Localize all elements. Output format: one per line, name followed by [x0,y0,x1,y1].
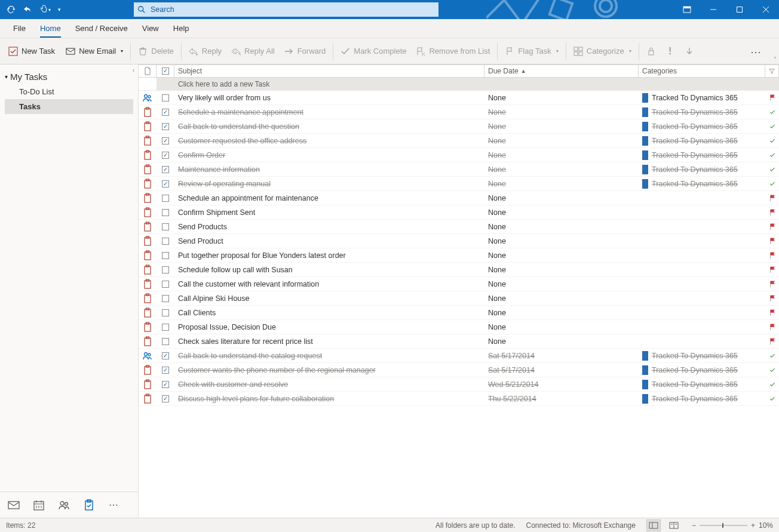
view-normal-icon[interactable] [646,519,661,531]
touch-mouse-icon[interactable]: ▾ [38,3,51,16]
task-flag-icon[interactable] [766,177,779,190]
task-row[interactable]: Schedule follow up call with SusanNone [139,263,779,277]
sidebar-section-mytasks[interactable]: ▾ My Tasks [5,69,133,84]
add-task-row[interactable]: Click here to add a new Task [139,78,779,91]
task-row[interactable]: Schedule a maintenance appointmentNoneTr… [139,105,779,119]
categorize-button[interactable]: Categorize ▾ [569,44,636,59]
task-row[interactable]: Customer wants the phone number of the r… [139,363,779,377]
task-flag-icon[interactable] [766,349,779,362]
task-row[interactable]: Confirm OrderNoneTracked To Dynamics 365 [139,148,779,162]
task-row[interactable]: Check sales literature for recent price … [139,334,779,349]
zoom-slider[interactable] [700,525,747,526]
task-flag-icon[interactable] [766,263,779,276]
delete-button[interactable]: Delete [133,44,179,59]
task-complete-checkbox[interactable] [157,334,174,348]
column-categories[interactable]: Categories [639,65,765,77]
zoom-out-icon[interactable]: − [692,521,696,530]
task-flag-icon[interactable] [766,306,779,319]
close-button[interactable] [753,0,779,19]
task-flag-icon[interactable] [766,119,779,133]
task-complete-checkbox[interactable] [157,320,174,334]
task-flag-icon[interactable] [766,191,779,205]
more-modules-icon[interactable]: ⋯ [108,499,121,512]
flag-task-button[interactable]: Flag Task ▾ [500,44,563,59]
task-complete-checkbox[interactable] [157,105,174,119]
mark-complete-button[interactable]: Mark Complete [336,44,411,59]
task-flag-icon[interactable] [766,91,779,104]
task-complete-checkbox[interactable] [157,277,174,291]
task-row[interactable]: Send ProductNone [139,234,779,248]
task-complete-checkbox[interactable] [157,119,174,133]
tab-view[interactable]: View [135,20,166,38]
mail-module-icon[interactable] [7,499,20,512]
view-reading-icon[interactable] [667,519,681,531]
tab-send-receive[interactable]: Send / Receive [68,20,135,38]
zoom-in-icon[interactable]: + [751,521,755,530]
task-flag-icon[interactable] [766,234,779,248]
task-flag-icon[interactable] [766,205,779,219]
search-input[interactable] [149,5,438,14]
undo-icon[interactable] [22,3,35,16]
task-complete-checkbox[interactable] [157,234,174,248]
task-row[interactable]: Call back to understand the questionNone… [139,119,779,134]
task-complete-checkbox[interactable] [157,162,174,176]
tab-file[interactable]: File [6,20,33,38]
task-flag-icon[interactable] [766,291,779,305]
column-complete[interactable] [157,65,174,77]
reply-button[interactable]: Reply [184,44,226,59]
task-row[interactable]: Call back to understand the catalog requ… [139,349,779,363]
reply-all-button[interactable]: Reply All [226,44,280,59]
maximize-button[interactable] [726,0,753,19]
ribbon-overflow-button[interactable]: ⋯ [750,45,762,59]
task-row[interactable]: Confirm Shipment SentNone [139,205,779,220]
tasks-module-icon[interactable] [82,499,96,512]
new-task-button[interactable]: New Task [4,44,60,59]
task-complete-checkbox[interactable] [157,306,174,319]
tab-home[interactable]: Home [33,20,68,38]
task-row[interactable]: Review of operating manualNoneTracked To… [139,177,779,191]
task-row[interactable]: Call the customer with relevant informat… [139,277,779,291]
sync-icon[interactable] [5,3,18,16]
task-row[interactable]: Call ClientsNone [139,306,779,320]
minimize-button[interactable] [700,0,726,19]
zoom-control[interactable]: − + 10% [692,521,773,530]
task-flag-icon[interactable] [766,392,779,405]
column-type-icon[interactable] [139,65,157,77]
task-flag-icon[interactable] [766,377,779,391]
task-row[interactable]: Send ProductsNone [139,220,779,234]
task-complete-checkbox[interactable] [157,248,174,262]
task-complete-checkbox[interactable] [157,91,174,104]
column-subject[interactable]: Subject [174,65,484,77]
task-flag-icon[interactable] [766,248,779,262]
column-filter-icon[interactable] [765,65,778,77]
ribbon-display-icon[interactable] [674,0,700,19]
search-box[interactable] [134,2,438,17]
sidebar-item-todo[interactable]: To-Do List [5,84,133,99]
task-flag-icon[interactable] [766,277,779,291]
task-row[interactable]: Put together proposal for Blue Yonders l… [139,248,779,263]
forward-button[interactable]: Forward [280,44,331,59]
collapse-ribbon-icon[interactable]: ˅ [774,56,777,63]
qat-customize-icon[interactable]: ▾ [55,3,63,16]
remove-from-list-button[interactable]: Remove from List [411,44,495,59]
task-flag-icon[interactable] [766,220,779,233]
task-complete-checkbox[interactable] [157,392,174,405]
task-row[interactable]: Check with customer and resolveWed 5/21/… [139,377,779,392]
task-flag-icon[interactable] [766,363,779,377]
tab-help[interactable]: Help [166,20,197,38]
task-row[interactable]: Very likely will order from usNoneTracke… [139,91,779,105]
task-complete-checkbox[interactable] [157,220,174,233]
new-email-button[interactable]: New Email ▾ [61,44,128,59]
task-row[interactable]: Proposal Issue, Decision DueNone [139,320,779,334]
task-complete-checkbox[interactable] [157,191,174,205]
task-complete-checkbox[interactable] [157,377,174,391]
task-row[interactable]: Call Alpine Ski HouseNone [139,291,779,306]
task-complete-checkbox[interactable] [157,291,174,305]
calendar-module-icon[interactable] [32,499,45,512]
people-module-icon[interactable] [57,499,70,512]
task-complete-checkbox[interactable] [157,177,174,190]
sidebar-item-tasks[interactable]: Tasks [5,99,133,114]
sidebar-collapse-icon[interactable]: ‹ [133,67,134,73]
task-flag-icon[interactable] [766,148,779,162]
task-row[interactable]: Maintenance informationNoneTracked To Dy… [139,162,779,177]
